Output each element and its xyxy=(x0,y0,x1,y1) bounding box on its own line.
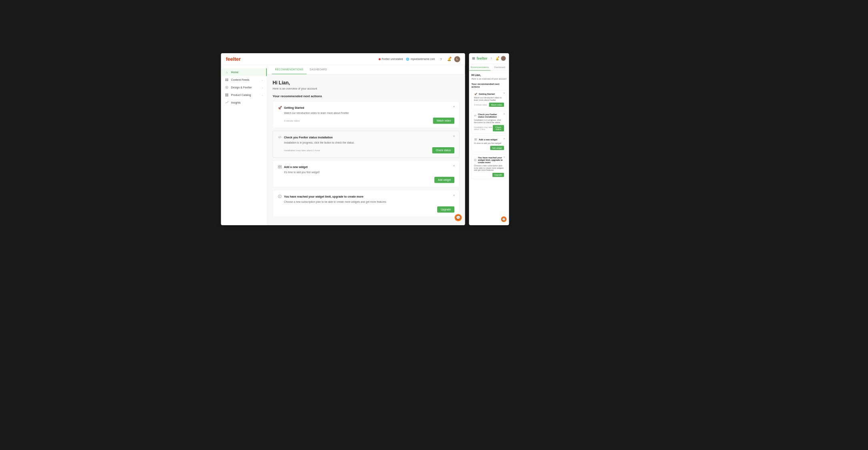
panel-greeting: Hi Lian, xyxy=(472,74,507,77)
panel-close-upgrade[interactable]: ✕ xyxy=(503,156,505,159)
panel-help-icon[interactable]: ? xyxy=(489,56,494,60)
add-widget-button[interactable]: Add widget xyxy=(434,177,454,183)
panel-header: feelter ? 🔔 xyxy=(469,53,509,64)
panel-info-icon xyxy=(474,158,476,162)
tab-dashboard[interactable]: DASHBOARD xyxy=(306,65,330,74)
sidebar-item-design-feelter[interactable]: Design & Feelter › xyxy=(221,84,267,91)
panel-check-status-button[interactable]: Check status xyxy=(493,125,504,131)
panel-content: Hi Lian, Here is an overview of your acc… xyxy=(469,71,509,225)
svg-point-26 xyxy=(475,159,476,160)
sidebar-item-content-feeds[interactable]: Content Feeds › xyxy=(221,76,267,84)
svg-rect-21 xyxy=(476,138,477,139)
check-status-button[interactable]: Check status xyxy=(432,147,454,154)
card-getting-started-meta: 3 minute video xyxy=(284,119,300,122)
card-add-widget-header: Add a new widget xyxy=(278,164,454,169)
card-check-status-title: Check you Feelter status installation xyxy=(284,136,333,139)
sidebar-item-insights[interactable]: Insights xyxy=(221,99,267,106)
svg-rect-9 xyxy=(227,95,228,96)
subtitle: Here is an overview of your account xyxy=(273,87,460,90)
design-icon xyxy=(225,86,229,89)
sidebar-item-product-catalog[interactable]: Product Catalog › xyxy=(221,91,267,99)
chevron-icon: › xyxy=(262,78,263,81)
sidebar-item-product-catalog-label: Product Catalog xyxy=(231,93,251,96)
panel-avatar[interactable] xyxy=(501,56,506,61)
panel-card-add-widget-header: Add a new widget xyxy=(474,138,504,141)
svg-rect-20 xyxy=(475,138,476,139)
svg-rect-0 xyxy=(226,78,227,80)
watch-video-button[interactable]: Watch video xyxy=(433,118,454,124)
card-check-status-header: Check you Feelter status installation xyxy=(278,135,454,139)
widget-icon xyxy=(278,164,282,169)
svg-rect-15 xyxy=(280,167,282,168)
panel-tab-dashboard[interactable]: Dashboard xyxy=(490,64,509,70)
panel-close-check-status[interactable]: ✕ xyxy=(503,113,505,116)
panel-close-getting-started[interactable]: ✕ xyxy=(503,92,505,95)
side-panel: feelter ? 🔔 Recommendations Dashboard Hi… xyxy=(469,53,509,225)
panel-chat-bubble[interactable]: 💬 xyxy=(501,216,507,222)
svg-line-11 xyxy=(280,136,280,138)
svg-rect-14 xyxy=(278,167,280,168)
panel-card-check-status-meta: Installation may take about 1 hour xyxy=(474,126,493,130)
chevron-icon-2: › xyxy=(262,86,263,89)
install-status: Feelter uninstalled xyxy=(378,58,403,61)
main-window: feelter Feelter uninstalled 🌐 mywebsiten… xyxy=(221,53,465,225)
panel-bell-wrapper: 🔔 xyxy=(495,56,500,60)
avatar[interactable]: L xyxy=(454,56,460,62)
close-getting-started[interactable]: ✕ xyxy=(452,104,456,108)
svg-rect-7 xyxy=(227,94,228,95)
upgrade-button[interactable]: Upgrade xyxy=(437,206,454,213)
card-add-widget-desc: It's time to add you first widget! xyxy=(278,170,454,174)
card-check-status-footer: Installation may take about 1 hour Check… xyxy=(278,147,454,154)
panel-card-upgrade: ✕ You have reached your widget limit, up… xyxy=(472,154,507,179)
card-getting-started-desc: Watch our introduction video to learn mo… xyxy=(278,111,454,114)
hamburger-icon[interactable] xyxy=(472,57,475,59)
status-dot xyxy=(378,58,380,60)
insights-icon xyxy=(225,101,229,104)
close-add-widget[interactable]: ✕ xyxy=(452,164,456,168)
help-icon[interactable]: ? xyxy=(438,56,444,62)
chat-bubble[interactable]: 💬 xyxy=(455,214,462,221)
panel-card-upgrade-desc: Choose a new subscription plan to be abl… xyxy=(474,164,504,171)
header-right: Feelter uninstalled 🌐 mywebsitename.com … xyxy=(378,56,460,62)
content-area: Hi Lian, Here is an overview of your acc… xyxy=(267,74,465,225)
panel-card-check-status: ✕ Check you Feelter status installation … xyxy=(472,111,507,134)
card-check-status-desc: Installation is in progress, click the b… xyxy=(278,141,454,144)
panel-card-upgrade-footer: Upgrade xyxy=(474,173,504,177)
header-icons: ? 🔔 L xyxy=(438,56,460,62)
card-add-widget: ✕ Add a new widget xyxy=(273,160,460,187)
card-add-widget-footer: Add widget xyxy=(278,177,454,183)
body-layout: ⌂ Home Content Feeds › xyxy=(221,65,465,225)
card-getting-started-title: Getting Started xyxy=(284,106,304,109)
card-upgrade-header: You have reached your widget limit, upgr… xyxy=(278,194,454,198)
rocket-icon: 🚀 xyxy=(278,105,282,110)
panel-card-getting-started-title: Getting Started xyxy=(479,93,495,95)
panel-card-add-widget: ✕ Add a new widget It's time to add you … xyxy=(472,136,507,152)
panel-subtitle: Here is an overview of your account xyxy=(472,77,507,80)
tab-recommendations[interactable]: RECOMMENDATIONS xyxy=(272,65,307,74)
panel-section-title: Your recommended next actions xyxy=(472,82,507,88)
card-getting-started: ✕ 🚀 Getting Started Watch our introducti… xyxy=(273,101,460,128)
main-logo: feelter xyxy=(226,56,241,62)
svg-rect-22 xyxy=(475,140,476,140)
panel-card-upgrade-title: You have reached your widget limit, upgr… xyxy=(478,156,504,164)
section-title: Your recommended next actions xyxy=(273,94,460,98)
panel-icons: ? 🔔 xyxy=(489,56,506,61)
card-check-status-meta: Installation may take about 1 hour xyxy=(284,149,320,152)
panel-add-widget-button[interactable]: Add widget xyxy=(490,146,504,150)
svg-point-5 xyxy=(226,87,227,88)
chevron-icon-3: › xyxy=(262,94,263,96)
close-upgrade[interactable]: ✕ xyxy=(452,193,456,197)
notification-dot xyxy=(450,56,452,58)
panel-tab-recommendations[interactable]: Recommendations xyxy=(469,64,491,70)
website-badge: 🌐 mywebsitename.com xyxy=(406,58,435,61)
svg-rect-13 xyxy=(280,165,282,167)
card-getting-started-header: 🚀 Getting Started xyxy=(278,105,454,110)
panel-upgrade-button[interactable]: Upgrade xyxy=(492,173,504,177)
status-label: Feelter uninstalled xyxy=(382,58,403,61)
panel-close-add-widget[interactable]: ✕ xyxy=(503,137,505,140)
close-check-status[interactable]: ✕ xyxy=(452,134,456,138)
sidebar-item-home[interactable]: ⌂ Home xyxy=(221,68,267,76)
panel-logo: feelter xyxy=(477,56,488,60)
svg-rect-8 xyxy=(226,95,227,96)
panel-watch-video-button[interactable]: Watch video xyxy=(489,102,504,107)
